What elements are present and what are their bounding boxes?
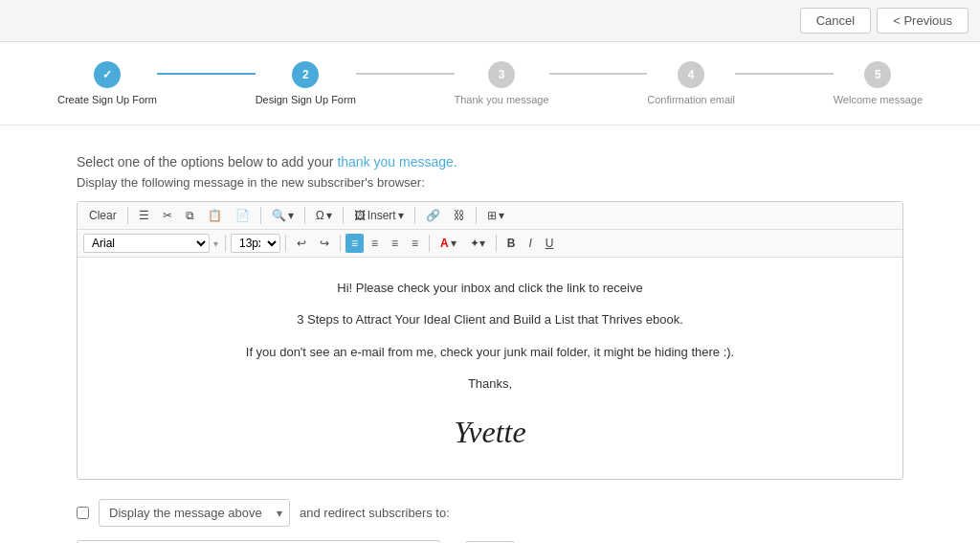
special-chars-button[interactable]: Ω▾ [310,206,338,225]
font-family-select[interactable]: Arial Times New Roman Courier New [83,234,210,253]
instruction-link[interactable]: thank you message. [337,154,457,170]
sep-2 [260,207,261,224]
instruction-prefix: Select one of the options below to add y… [77,154,337,170]
cut-button[interactable]: ✂ [157,206,178,225]
sep-3 [304,207,305,224]
editor-line-1: Hi! Please check your inbox and click th… [97,277,883,299]
sep-10 [429,235,430,252]
paste-button[interactable]: 📋 [202,206,228,225]
align-center-button[interactable]: ≡ [366,234,384,253]
connector-4-5 [735,73,834,75]
connector-3-4 [549,73,648,75]
copy-button[interactable]: ⧉ [180,206,200,225]
editor-line-4: Thanks, [97,373,883,395]
highlight-button[interactable]: ✦▾ [464,234,491,253]
sep-1 [127,207,128,224]
clear-label: Clear [89,209,117,222]
select-all-icon: ☰ [139,209,149,222]
italic-button[interactable]: I [523,234,537,253]
display-message-dropdown[interactable]: Display the message above [99,499,290,527]
link-icon: 🔗 [426,209,440,222]
step-2: 2 Design Sign Up Form [256,61,356,105]
sep-8 [285,235,286,252]
find-button[interactable]: 🔍▾ [266,206,300,225]
display-message-dropdown-wrapper: Display the message above [99,499,290,527]
bottom-options: Display the message above and redirect s… [77,499,903,527]
undo-button[interactable]: ↩ [291,234,312,253]
instruction-sub: Display the following message in the new… [77,175,903,190]
select-all-button[interactable]: ☰ [133,206,155,225]
editor-body[interactable]: Hi! Please check your inbox and click th… [78,258,902,479]
redo-button[interactable]: ↪ [314,234,335,253]
step-label-3: Thank you message [455,94,549,105]
table-button[interactable]: ⊞▾ [481,206,510,225]
table-icon: ⊞ [487,209,497,222]
sep-7 [225,235,226,252]
cut-icon: ✂ [163,209,172,222]
insert-label: Insert [368,209,396,222]
instruction-title: Select one of the options below to add y… [77,154,903,170]
editor-line-2: 3 Steps to Attract Your Ideal Client and… [97,308,883,330]
header-buttons: Cancel < Previous [800,8,969,34]
align-right-button[interactable]: ≡ [386,234,404,253]
sep-4 [343,207,344,224]
step-circle-2: 2 [292,61,319,88]
step-label-5: Welcome message [834,94,923,105]
step-label-1: Create Sign Up Form [57,94,157,105]
toolbar-row-1: Clear ☰ ✂ ⧉ 📋 📄 🔍▾ Ω▾ [78,202,902,230]
special-chars-icon: Ω [316,209,324,222]
editor-line-3: If you don't see an e-mail from me, chec… [97,341,883,363]
paste-text-icon: 📄 [235,209,250,222]
copy-icon: ⧉ [186,209,194,222]
step-circle-3: 3 [488,61,515,88]
step-5: 5 Welcome message [834,61,923,105]
editor-signature: Yvette [97,405,883,461]
font-arrow: ▾ [213,238,218,249]
previous-button[interactable]: < Previous [877,8,969,34]
link-button[interactable]: 🔗 [420,206,446,225]
cancel-button[interactable]: Cancel [800,8,871,34]
bold-button[interactable]: B [501,234,522,253]
step-label-2: Design Sign Up Form [256,94,356,105]
sep-5 [414,207,415,224]
redirect-label: and redirect subscribers to: [300,506,450,520]
unlink-button[interactable]: ⛓ [448,206,471,225]
step-3: 3 Thank you message [455,61,549,105]
insert-button[interactable]: 🖼 Insert▾ [348,206,410,225]
font-size-select[interactable]: 13px 10px 12px 14px 16px 18px 24px [231,234,280,253]
main-content: Select one of the options below to add y… [0,125,980,543]
sep-9 [340,235,341,252]
step-circle-1: ✓ [94,61,121,88]
editor-container: Clear ☰ ✂ ⧉ 📋 📄 🔍▾ Ω▾ [77,201,903,480]
display-message-checkbox[interactable] [77,507,89,519]
connector-2-3 [356,73,455,75]
underline-button[interactable]: U [540,234,560,253]
paste-icon: 📋 [208,209,222,222]
insert-icon: 🖼 [354,209,366,222]
align-left-button[interactable]: ≡ [345,234,364,253]
unlink-icon: ⛓ [454,209,465,222]
toolbar-row-2: Arial Times New Roman Courier New ▾ 13px… [78,230,902,258]
align-justify-button[interactable]: ≡ [406,234,424,253]
step-circle-4: 4 [678,61,704,88]
font-color-button[interactable]: A▾ [434,234,462,253]
connector-1-2 [157,73,256,75]
stepper: ✓ Create Sign Up Form 2 Design Sign Up F… [0,42,980,125]
header: Cancel < Previous [0,0,980,42]
step-1: ✓ Create Sign Up Form [57,61,157,105]
sep-6 [476,207,477,224]
paste-text-button[interactable]: 📄 [230,206,256,225]
clear-button[interactable]: Clear [83,206,122,225]
sep-11 [496,235,497,252]
find-icon: 🔍 [272,209,286,222]
step-4: 4 Confirmation email [647,61,735,105]
checkbox-area [77,507,89,519]
step-circle-5: 5 [864,61,891,88]
step-label-4: Confirmation email [647,94,735,105]
